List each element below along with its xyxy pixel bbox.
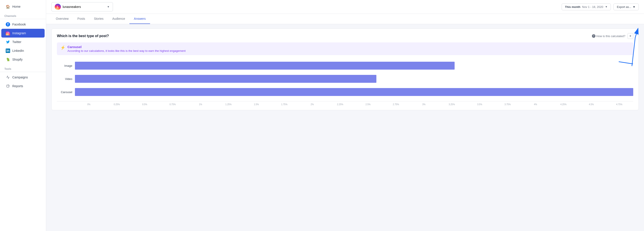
export-button[interactable]: Export as... ▼ bbox=[614, 3, 639, 10]
account-name: lunasneakers bbox=[62, 5, 105, 8]
sidebar-item-instagram[interactable]: Instagram bbox=[1, 29, 44, 37]
campaigns-icon bbox=[6, 75, 10, 79]
bar-label-video: Video bbox=[57, 77, 72, 81]
tab-answers[interactable]: Answers bbox=[130, 14, 150, 24]
x-label-5: 1.25% bbox=[214, 103, 242, 106]
topbar-right: This month Nov 1 - 18, 2020 ▼ Export as.… bbox=[562, 3, 639, 10]
bar-fill-image bbox=[75, 62, 454, 70]
sidebar-home-label: Home bbox=[12, 5, 20, 8]
x-label-12: 3% bbox=[410, 103, 438, 106]
reports-icon bbox=[6, 84, 10, 88]
home-icon: 🏠 bbox=[6, 4, 10, 9]
sidebar-item-linkedin[interactable]: in LinkedIn bbox=[1, 46, 44, 55]
question-icon: ? bbox=[592, 34, 596, 38]
content-area: Which is the best type of post? ? How is… bbox=[46, 24, 644, 231]
card-header: Which is the best type of post? ? How is… bbox=[57, 33, 633, 39]
recommendation-title: Carousel bbox=[68, 45, 186, 49]
x-label-7: 1.75% bbox=[270, 103, 298, 106]
bar-chart: Image Video Carousel bbox=[57, 59, 633, 106]
recommendation-banner: ⚡ Carousel According to our calculations… bbox=[57, 42, 633, 55]
date-label: This month bbox=[565, 5, 580, 8]
x-label-3: 0.75% bbox=[159, 103, 186, 106]
x-label-16: 4% bbox=[522, 103, 550, 106]
recommendation-subtitle: According to our calculations, it looks … bbox=[68, 49, 186, 52]
date-range: Nov 1 - 18, 2020 bbox=[582, 5, 603, 8]
tabs-bar: Overview Posts Stories Audience Answers bbox=[46, 14, 644, 24]
export-chevron: ▼ bbox=[632, 5, 636, 8]
sidebar-item-label-reports: Reports bbox=[12, 84, 23, 88]
sidebar: 🏠 Home Channels f Facebook Instagram Twi… bbox=[0, 0, 46, 231]
x-label-11: 2.75% bbox=[382, 103, 410, 106]
instagram-icon bbox=[6, 31, 10, 35]
date-selector-chevron: ▼ bbox=[605, 5, 608, 8]
x-label-14: 3.5% bbox=[466, 103, 494, 106]
recommendation-content: Carousel According to our calculations, … bbox=[68, 45, 186, 52]
x-label-0: 0% bbox=[75, 103, 103, 106]
tab-stories[interactable]: Stories bbox=[90, 14, 108, 24]
sidebar-item-shopify[interactable]: Shopify bbox=[1, 55, 44, 64]
x-label-8: 2% bbox=[298, 103, 326, 106]
tools-section-label: Tools bbox=[0, 64, 46, 72]
sidebar-item-home[interactable]: 🏠 Home bbox=[1, 2, 44, 11]
card-actions: ? How is this calculated? + bbox=[592, 33, 633, 39]
x-label-4: 1% bbox=[186, 103, 214, 106]
bar-row-image: Image bbox=[57, 62, 633, 70]
export-label: Export as... bbox=[617, 5, 631, 8]
best-post-type-card: Which is the best type of post? ? How is… bbox=[52, 28, 639, 110]
how-calculated-text: How is this calculated? bbox=[596, 34, 625, 38]
sidebar-item-twitter[interactable]: Twitter bbox=[1, 37, 44, 46]
bolt-icon: ⚡ bbox=[60, 45, 65, 50]
bar-track-image bbox=[75, 62, 633, 70]
bar-fill-carousel bbox=[75, 88, 633, 96]
tab-posts[interactable]: Posts bbox=[73, 14, 90, 24]
sidebar-item-label-shopify: Shopify bbox=[12, 58, 23, 61]
twitter-icon bbox=[6, 40, 10, 44]
facebook-icon: f bbox=[6, 22, 10, 26]
sidebar-item-label-facebook: Facebook bbox=[12, 23, 26, 26]
x-label-10: 2.5% bbox=[354, 103, 382, 106]
how-calculated-link[interactable]: ? How is this calculated? bbox=[592, 34, 625, 38]
tab-overview[interactable]: Overview bbox=[52, 14, 73, 24]
x-label-18: 4.5% bbox=[578, 103, 605, 106]
x-label-17: 4.25% bbox=[550, 103, 578, 106]
sidebar-item-label-twitter: Twitter bbox=[12, 40, 21, 44]
sidebar-item-label-linkedin: LinkedIn bbox=[12, 49, 24, 52]
x-label-9: 2.25% bbox=[326, 103, 354, 106]
x-label-13: 3.25% bbox=[438, 103, 466, 106]
x-label-6: 1.5% bbox=[242, 103, 270, 106]
sidebar-item-facebook[interactable]: f Facebook bbox=[1, 20, 44, 29]
topbar: L lunasneakers ▼ This month Nov 1 - 18, … bbox=[46, 0, 644, 14]
x-label-2: 0.5% bbox=[131, 103, 159, 106]
account-selector[interactable]: L lunasneakers ▼ bbox=[52, 2, 113, 11]
account-avatar: L bbox=[55, 4, 61, 10]
main-content: L lunasneakers ▼ This month Nov 1 - 18, … bbox=[46, 0, 644, 231]
bar-row-carousel: Carousel bbox=[57, 88, 633, 96]
x-label-1: 0.25% bbox=[103, 103, 131, 106]
bar-row-video: Video bbox=[57, 75, 633, 83]
account-selector-chevron: ▼ bbox=[107, 5, 110, 8]
linkedin-icon: in bbox=[6, 48, 10, 53]
x-label-19: 4.75% bbox=[605, 103, 633, 106]
sidebar-item-label-instagram: Instagram bbox=[12, 31, 26, 35]
channels-section-label: Channels bbox=[0, 11, 46, 19]
x-axis: 0% 0.25% 0.5% 0.75% 1% 1.25% 1.5% 1.75% … bbox=[57, 101, 633, 106]
sidebar-item-reports[interactable]: Reports bbox=[1, 82, 44, 90]
date-selector[interactable]: This month Nov 1 - 18, 2020 ▼ bbox=[562, 3, 611, 10]
tab-audience[interactable]: Audience bbox=[108, 14, 130, 24]
bar-track-carousel bbox=[75, 88, 633, 96]
shopify-icon bbox=[6, 57, 10, 62]
x-label-15: 3.75% bbox=[494, 103, 522, 106]
card-title: Which is the best type of post? bbox=[57, 34, 109, 38]
bar-fill-video bbox=[75, 75, 376, 83]
add-to-report-button[interactable]: + bbox=[628, 33, 633, 39]
sidebar-item-campaigns[interactable]: Campaigns bbox=[1, 73, 44, 82]
bar-label-carousel: Carousel bbox=[57, 90, 72, 94]
bar-label-image: Image bbox=[57, 64, 72, 67]
bar-track-video bbox=[75, 75, 633, 83]
sidebar-item-label-campaigns: Campaigns bbox=[12, 75, 28, 79]
